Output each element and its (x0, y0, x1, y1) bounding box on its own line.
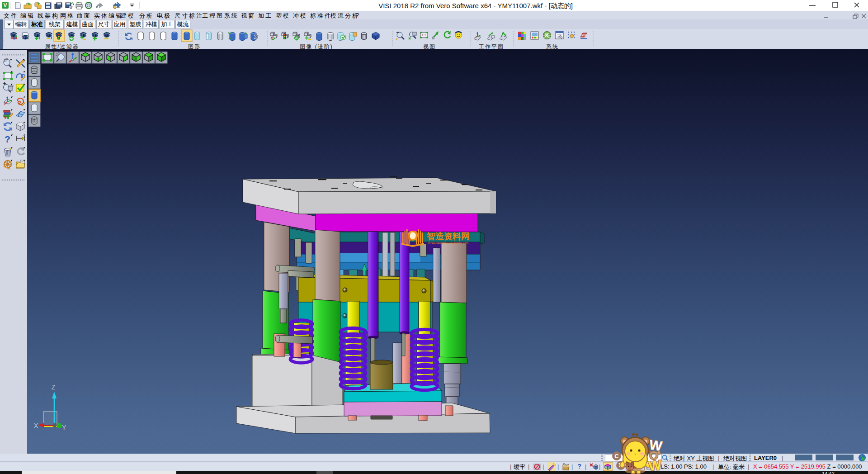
svg-text:W: W (648, 457, 662, 474)
svg-text:智造资料网: 智造资料网 (426, 232, 470, 241)
svg-text:X: X (34, 422, 38, 429)
svg-text:?: ? (5, 134, 10, 144)
svg-text:C: C (614, 453, 619, 460)
svg-text:INTELLIGENT MANUFACTURING DATA: INTELLIGENT MANUFACTURING DATA (428, 242, 469, 244)
svg-text:V: V (3, 2, 7, 9)
svg-text:Y: Y (62, 424, 66, 431)
svg-text:1:1: 1:1 (422, 33, 426, 37)
svg-text:Z: Z (52, 384, 56, 391)
